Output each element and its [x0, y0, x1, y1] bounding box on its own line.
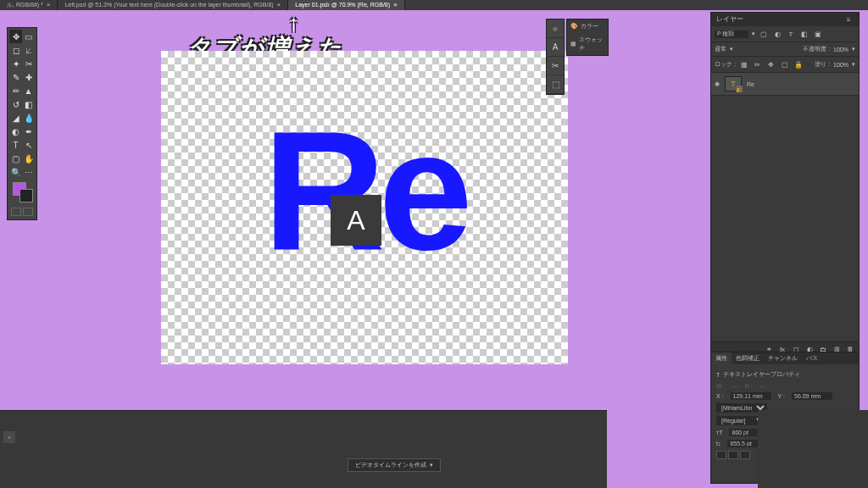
lock-position-icon[interactable]: ✥	[766, 59, 776, 69]
tab-label: Left.psd @ 51.3% (Your text here (Double…	[64, 0, 273, 10]
hand-tool-icon[interactable]: ✋	[22, 152, 35, 165]
grid-icon: ▦	[570, 41, 576, 47]
width-value: —	[732, 383, 738, 389]
filter-type-icon[interactable]: T	[786, 29, 796, 39]
height-value: —	[759, 383, 765, 389]
color-swatch-mini-panel: 🎨カラー ▦スウォッチ	[566, 19, 609, 56]
dropdown-icon[interactable]: ▾	[852, 46, 855, 53]
history-brush-tool-icon[interactable]: ↺	[9, 97, 22, 111]
brush-tool-icon[interactable]: ✏	[9, 84, 22, 97]
tab-channels[interactable]: チャンネル	[764, 352, 802, 364]
x-input[interactable]	[731, 392, 771, 400]
close-icon[interactable]: ×	[47, 0, 51, 10]
height-label: H :	[745, 383, 753, 389]
collapse-arrow-icon[interactable]: ‹	[3, 431, 15, 443]
font-size-icon: тT	[716, 430, 722, 435]
artboard-tool-icon[interactable]: ▭	[22, 30, 35, 43]
layer-row[interactable]: ◉ T ◧ Re	[711, 73, 859, 96]
leading-icon: t↕	[716, 441, 721, 446]
blur-tool-icon[interactable]: 💧	[22, 111, 35, 125]
panel-header: レイヤー ≡	[711, 13, 859, 26]
gradient-tool-icon[interactable]: ◢	[9, 111, 22, 125]
document-tab[interactable]: Left.psd @ 51.3% (Your text here (Double…	[58, 0, 288, 10]
tab-label: Layer 01.psb @ 70.9% (Re, RGB/8)	[295, 0, 390, 10]
dropdown-icon[interactable]: ▾	[852, 61, 855, 68]
paragraph-panel-icon[interactable]: ✂	[547, 57, 564, 75]
align-right-icon[interactable]	[740, 451, 750, 459]
libraries-panel-icon[interactable]: ⬚	[547, 75, 564, 94]
pen-tool-icon[interactable]: ✒	[22, 125, 35, 138]
dropdown-icon[interactable]: ▾	[752, 30, 755, 37]
layer-filter-select[interactable]	[715, 30, 748, 38]
layer-name[interactable]: Re	[747, 81, 754, 87]
close-icon[interactable]: ×	[277, 0, 281, 10]
document-tab[interactable]: Layer 01.psb @ 70.9% (Re, RGB/8) ×	[288, 0, 404, 10]
y-label: Y :	[778, 393, 785, 399]
close-icon[interactable]: ×	[393, 0, 398, 10]
heal-tool-icon[interactable]: ✚	[22, 70, 35, 84]
layers-list-empty	[711, 96, 859, 341]
visibility-toggle-icon[interactable]: ◉	[715, 80, 720, 87]
crop-tool-icon[interactable]: ✂	[22, 57, 35, 70]
brushes-panel-icon[interactable]: ⟐	[547, 19, 564, 38]
x-label: X :	[716, 393, 724, 399]
dropdown-icon[interactable]: ▾	[730, 46, 733, 53]
color-panel-toggle[interactable]: 🎨カラー	[567, 19, 608, 33]
wand-tool-icon[interactable]: ✦	[9, 57, 22, 70]
zoom-tool-icon[interactable]: 🔍	[9, 165, 22, 179]
tab-paths[interactable]: バス	[802, 352, 822, 364]
move-tool-icon[interactable]: ✥	[9, 30, 22, 43]
palette-icon: 🎨	[570, 23, 578, 30]
edit-toolbar-icon[interactable]: ⋯	[22, 165, 35, 179]
tools-panel: ✥▭ ◻⟀ ✦✂ ✎✚ ✏▲ ↺◧ ◢💧 ◐✒ T↖ ▢✋ 🔍⋯	[7, 27, 37, 220]
dodge-tool-icon[interactable]: ◐	[9, 125, 22, 138]
lasso-tool-icon[interactable]: ⟀	[22, 43, 35, 57]
properties-tabs: 属性 色調補正 チャンネル バス	[711, 352, 859, 364]
lock-label: ロック :	[715, 60, 736, 69]
type-layer-icon: T	[716, 372, 720, 378]
filter-smart-icon[interactable]: ▣	[813, 29, 823, 39]
align-center-icon[interactable]	[728, 451, 738, 459]
layer-thumbnail[interactable]: T ◧	[725, 76, 742, 92]
swatch-panel-toggle[interactable]: ▦スウォッチ	[567, 33, 608, 55]
shape-tool-icon[interactable]: ▢	[9, 152, 22, 165]
type-cursor-icon: A	[331, 195, 381, 246]
opacity-value[interactable]: 100%	[833, 47, 849, 53]
blend-mode-select[interactable]: 通常	[715, 45, 726, 53]
color-swatches[interactable]	[9, 179, 35, 206]
lock-pixels-icon[interactable]: ✏	[753, 59, 763, 69]
opacity-label: 不透明度 :	[803, 45, 830, 53]
align-left-icon[interactable]	[716, 451, 726, 459]
tab-adjustments[interactable]: 色調補正	[732, 352, 764, 364]
eraser-tool-icon[interactable]: ◧	[22, 97, 35, 111]
screenmode-icon[interactable]	[23, 208, 33, 216]
filter-image-icon[interactable]: ▢	[759, 29, 769, 39]
canvas-area[interactable]: Re A	[161, 51, 568, 364]
document-tab[interactable]: ル, RGB/8#) * ×	[0, 0, 58, 10]
fill-label: 塗り :	[815, 60, 830, 69]
tab-label: ル, RGB/8#) *	[7, 0, 43, 10]
tab-properties[interactable]: 属性	[711, 352, 732, 364]
panel-menu-icon[interactable]: ≡	[843, 14, 854, 25]
stamp-tool-icon[interactable]: ▲	[22, 84, 35, 97]
lock-transparency-icon[interactable]: ▦	[739, 59, 749, 69]
lock-artboard-icon[interactable]: ▢	[780, 59, 790, 69]
quickmask-icon[interactable]	[11, 208, 21, 216]
path-tool-icon[interactable]: ↖	[22, 138, 35, 152]
fill-value[interactable]: 100%	[833, 62, 849, 68]
lock-all-icon[interactable]: 🔒	[793, 59, 804, 69]
y-input[interactable]	[792, 392, 832, 400]
type-tool-icon[interactable]: T	[9, 138, 22, 152]
filter-adjust-icon[interactable]: ◐	[772, 29, 782, 39]
filter-shape-icon[interactable]: ◧	[799, 29, 810, 39]
collapsed-panel-dock: ⟐ A ✂ ⬚	[546, 19, 565, 95]
text-layer-content[interactable]: Re	[263, 106, 466, 275]
width-label: W :	[716, 383, 726, 389]
character-panel-icon[interactable]: A	[547, 38, 564, 57]
background-swatch[interactable]	[19, 189, 33, 202]
create-timeline-button[interactable]: ビデオタイムラインを作成 ▾	[348, 458, 441, 472]
marquee-tool-icon[interactable]: ◻	[9, 43, 22, 57]
properties-title: テキストレイヤープロパティ	[723, 370, 800, 379]
eyedropper-tool-icon[interactable]: ✎	[9, 70, 22, 84]
canvas[interactable]: Re A	[161, 51, 568, 364]
